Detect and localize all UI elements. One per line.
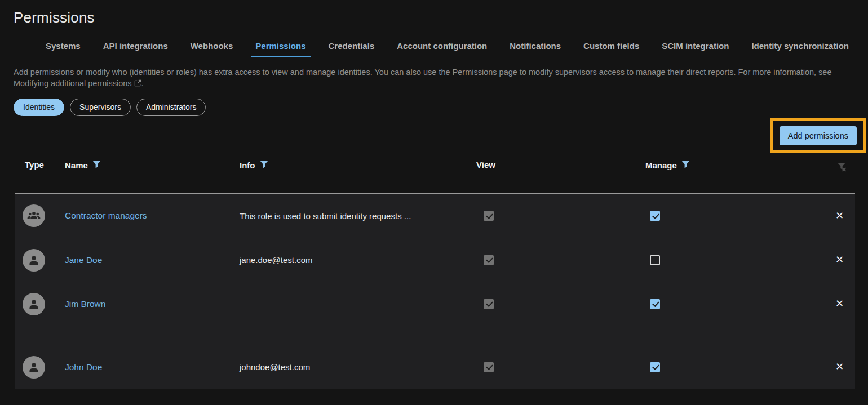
tab-scim-integration[interactable]: SCIM integration: [657, 39, 733, 57]
column-header-info: Info: [240, 160, 476, 170]
remove-row-button[interactable]: ✕: [835, 211, 844, 221]
column-header-type: Type: [15, 160, 65, 170]
filter-pill-administrators[interactable]: Administrators: [136, 99, 206, 116]
person-avatar-icon: [23, 249, 45, 272]
remove-row-button[interactable]: ✕: [835, 255, 844, 265]
row-name-link[interactable]: Jim Brown: [65, 299, 105, 309]
column-header-name: Name: [65, 160, 240, 170]
view-checkbox: [484, 362, 494, 372]
name-filter-icon[interactable]: [92, 161, 101, 170]
view-checkbox: [484, 211, 494, 221]
page-description: Add permissions or modify who (identitie…: [14, 66, 854, 90]
table-row: John Doe johndoe@test.com ✕: [15, 345, 855, 389]
filter-pill-identities[interactable]: Identities: [14, 99, 64, 116]
table-row: Jim Brown ✕: [15, 282, 855, 345]
description-text: Add permissions or modify who (identitie…: [14, 68, 832, 77]
column-header-view: View: [476, 160, 645, 170]
view-checkbox: [484, 299, 494, 309]
annotation-highlight-box: Add permissions: [770, 118, 866, 153]
tab-systems[interactable]: Systems: [41, 39, 85, 57]
remove-row-button[interactable]: ✕: [835, 299, 844, 309]
manage-filter-icon[interactable]: [681, 161, 690, 170]
row-name-link[interactable]: Contractor managers: [65, 211, 147, 220]
filter-pill-supervisors[interactable]: Supervisors: [70, 99, 131, 116]
row-info: johndoe@test.com: [240, 362, 476, 372]
clear-filters-icon[interactable]: [835, 161, 866, 176]
group-avatar-icon: [23, 204, 45, 227]
toolbar-row: Add permissions: [0, 118, 866, 153]
permissions-table: Type Name Info View Manage Contractor ma…: [15, 154, 855, 389]
row-info: This role is used to submit identity req…: [240, 211, 476, 221]
view-checkbox: [484, 255, 494, 265]
tab-permissions[interactable]: Permissions: [251, 39, 310, 57]
page-title: Permissions: [14, 9, 868, 26]
modifying-permissions-link[interactable]: Modifying additional permissions: [14, 79, 141, 88]
manage-checkbox[interactable]: [650, 362, 660, 372]
column-header-manage: Manage: [645, 160, 835, 170]
info-filter-icon[interactable]: [260, 161, 268, 170]
manage-checkbox[interactable]: [650, 211, 660, 221]
identity-type-filter-group: Identities Supervisors Administrators: [14, 99, 868, 116]
external-link-icon: [134, 78, 141, 90]
manage-checkbox[interactable]: [650, 255, 660, 265]
person-avatar-icon: [23, 293, 45, 315]
person-avatar-icon: [23, 356, 45, 379]
tab-account-configuration[interactable]: Account configuration: [392, 39, 491, 57]
remove-row-button[interactable]: ✕: [835, 362, 844, 372]
tab-credentials[interactable]: Credentials: [324, 39, 379, 57]
add-permissions-button[interactable]: Add permissions: [780, 126, 857, 145]
tab-identity-synchronization[interactable]: Identity synchronization: [747, 39, 853, 57]
table-row: Jane Doe jane.doe@test.com ✕: [15, 238, 855, 282]
tab-webhooks[interactable]: Webhooks: [186, 39, 238, 57]
table-header-row: Type Name Info View Manage: [15, 154, 855, 194]
row-name-link[interactable]: Jane Doe: [65, 255, 102, 265]
tab-api-integrations[interactable]: API integrations: [99, 39, 172, 57]
tab-notifications[interactable]: Notifications: [505, 39, 565, 57]
manage-checkbox[interactable]: [650, 299, 660, 309]
tab-bar: Systems API integrations Webhooks Permis…: [41, 39, 868, 57]
table-row: Contractor managers This role is used to…: [15, 194, 855, 238]
tab-custom-fields[interactable]: Custom fields: [579, 39, 644, 57]
row-info: jane.doe@test.com: [240, 255, 476, 265]
row-name-link[interactable]: John Doe: [65, 362, 102, 372]
